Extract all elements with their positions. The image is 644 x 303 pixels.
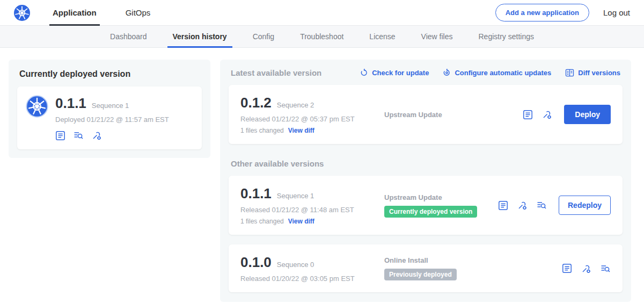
version-sequence: Sequence 2 bbox=[277, 101, 314, 109]
view-diff-link[interactable]: View diff bbox=[288, 127, 314, 134]
currently-deployed-panel: Currently deployed version bbox=[9, 60, 210, 158]
version-sequence: Sequence 1 bbox=[277, 192, 314, 200]
release-notes-icon[interactable] bbox=[523, 110, 533, 120]
refresh-icon bbox=[360, 69, 368, 77]
tab-gitops-label: GitOps bbox=[126, 8, 151, 17]
version-source: Upstream Update bbox=[384, 193, 442, 201]
deployed-version-number: 0.1.1 bbox=[55, 95, 86, 112]
files-changed: 1 files changed bbox=[240, 218, 284, 225]
version-card-0-1-1: 0.1.1 Sequence 1 Released 01/21/22 @ 11:… bbox=[229, 176, 623, 235]
files-changed: 1 files changed bbox=[240, 127, 284, 134]
tab-gitops[interactable]: GitOps bbox=[122, 0, 154, 26]
subnav-config-label: Config bbox=[253, 32, 274, 41]
config-icon[interactable] bbox=[581, 263, 591, 274]
release-notes-icon[interactable] bbox=[498, 200, 508, 211]
version-card-0-1-2: 0.1.2 Sequence 2 Released 01/21/22 @ 05:… bbox=[229, 85, 623, 144]
version-history-panel: Latest available version Check for updat… bbox=[220, 60, 631, 302]
kubernetes-logo-icon bbox=[14, 5, 30, 21]
main-content: Currently deployed version bbox=[0, 48, 644, 302]
subnav-item-config[interactable]: Config bbox=[240, 26, 287, 47]
subnav-troubleshoot-label: Troubleshoot bbox=[300, 32, 343, 41]
view-diff-icon[interactable] bbox=[536, 200, 547, 211]
release-notes-icon[interactable] bbox=[55, 131, 65, 141]
check-for-update-link[interactable]: Check for update bbox=[360, 68, 429, 77]
released-date: Released 01/21/22 @ 05:37 pm EST bbox=[240, 115, 384, 123]
subnav-item-view-files[interactable]: View files bbox=[408, 26, 466, 47]
view-diff-icon[interactable] bbox=[73, 130, 84, 141]
subnav-item-registry-settings[interactable]: Registry settings bbox=[466, 26, 547, 47]
version-number: 0.1.0 bbox=[240, 254, 272, 271]
version-card-0-1-0: 0.1.0 Sequence 0 Released 01/20/22 @ 03:… bbox=[229, 244, 623, 292]
logout-link[interactable]: Log out bbox=[603, 8, 630, 17]
released-date: Released 01/21/22 @ 11:48 am EST bbox=[240, 206, 384, 214]
redeploy-button[interactable]: Redeploy bbox=[559, 196, 611, 215]
previously-deployed-badge: Previously deployed bbox=[384, 269, 457, 280]
configure-automatic-updates-label: Configure automatic updates bbox=[455, 69, 551, 77]
other-versions-title: Other available versions bbox=[231, 159, 620, 168]
config-icon[interactable] bbox=[517, 200, 528, 211]
subnav-version-history-label: Version history bbox=[173, 32, 227, 41]
version-number: 0.1.1 bbox=[240, 185, 272, 202]
version-number: 0.1.2 bbox=[240, 95, 272, 111]
version-source: Online Install bbox=[384, 256, 428, 264]
tab-application-label: Application bbox=[53, 8, 97, 17]
latest-available-title: Latest available version bbox=[231, 68, 321, 77]
subnav-view-files-label: View files bbox=[421, 32, 453, 41]
diff-versions-link[interactable]: Diff versions bbox=[565, 68, 620, 77]
diff-versions-icon bbox=[565, 68, 574, 77]
diff-versions-label: Diff versions bbox=[578, 69, 620, 77]
view-diff-icon[interactable] bbox=[600, 263, 611, 274]
currently-deployed-badge: Currently deployed version bbox=[384, 206, 477, 218]
deployed-sequence: Sequence 1 bbox=[92, 102, 129, 110]
tab-application[interactable]: Application bbox=[49, 0, 100, 26]
view-diff-link[interactable]: View diff bbox=[288, 218, 314, 225]
check-for-update-label: Check for update bbox=[372, 69, 429, 77]
released-date: Released 01/20/22 @ 03:05 pm EST bbox=[240, 275, 384, 283]
currently-deployed-title: Currently deployed version bbox=[19, 69, 202, 79]
subnav-item-troubleshoot[interactable]: Troubleshoot bbox=[287, 26, 356, 47]
release-notes-icon[interactable] bbox=[562, 263, 572, 273]
config-icon[interactable] bbox=[541, 109, 552, 120]
top-navbar: Application GitOps Add a new application… bbox=[0, 0, 644, 26]
subnav-item-version-history[interactable]: Version history bbox=[160, 26, 240, 47]
auto-update-icon bbox=[443, 69, 451, 77]
subnav-item-license[interactable]: License bbox=[356, 26, 408, 47]
app-subnav: Dashboard Version history Config Trouble… bbox=[0, 26, 644, 48]
deploy-button[interactable]: Deploy bbox=[564, 105, 611, 124]
configure-automatic-updates-link[interactable]: Configure automatic updates bbox=[443, 68, 551, 77]
add-application-button[interactable]: Add a new application bbox=[495, 4, 589, 21]
subnav-dashboard-label: Dashboard bbox=[110, 32, 147, 41]
app-icon bbox=[26, 95, 48, 118]
subnav-license-label: License bbox=[369, 32, 395, 41]
subnav-registry-settings-label: Registry settings bbox=[479, 32, 534, 41]
version-sequence: Sequence 0 bbox=[277, 261, 314, 269]
subnav-item-dashboard[interactable]: Dashboard bbox=[97, 26, 160, 47]
version-source: Upstream Update bbox=[384, 111, 442, 119]
config-icon[interactable] bbox=[91, 130, 102, 141]
deployed-date: Deployed 01/21/22 @ 11:57 am EST bbox=[55, 116, 169, 124]
deployed-version-card: 0.1.1 Sequence 1 Deployed 01/21/22 @ 11:… bbox=[17, 86, 202, 149]
topnav-right: Add a new application Log out bbox=[495, 4, 630, 21]
